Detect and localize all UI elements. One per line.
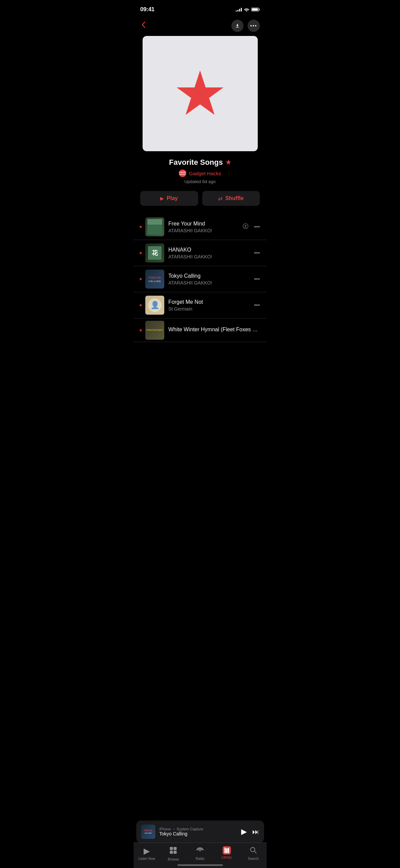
track-title: Tokyo Calling [168, 273, 250, 279]
playlist-star-icon: ★ [226, 159, 231, 166]
track-artist: St Germain [168, 306, 250, 312]
track-thumbnail: 花 [145, 243, 164, 262]
back-button[interactable] [140, 20, 147, 32]
shuffle-icon: ⇄ [218, 195, 223, 202]
track-details: White Winter Hymnal (Fleet Foxes Cover) [168, 327, 261, 334]
track-details: HANAKO ATARASHII GAKKO! [168, 247, 250, 259]
playlist-title: Favorite Songs ★ [140, 158, 260, 167]
track-star-icon: ★ [139, 251, 143, 255]
track-star-icon: ★ [139, 224, 143, 229]
track-artist: ATARASHII GAKKO! [168, 254, 250, 259]
track-list: ★ Free Your Mind ATARASHII GAKKO! ••• ★ [133, 214, 267, 342]
track-actions: ••• [253, 275, 261, 283]
svg-rect-2 [252, 8, 258, 11]
svg-rect-1 [259, 9, 260, 11]
favorite-star-icon: ★ [173, 63, 227, 124]
download-button[interactable] [231, 20, 244, 32]
track-actions: ••• [253, 249, 261, 257]
track-more-button[interactable]: ••• [253, 301, 261, 310]
track-title: Forget Me Not [168, 299, 250, 305]
signal-icon [236, 7, 242, 12]
shuffle-label: Shuffle [225, 195, 244, 201]
playlist-info: Favorite Songs ★ GADGETHACKS Gadget Hack… [133, 158, 267, 191]
nav-actions: ••• [231, 20, 260, 32]
track-more-button[interactable]: ••• [253, 222, 261, 231]
status-icons [236, 7, 260, 12]
track-artist: ATARASHII GAKKO! [168, 280, 250, 285]
track-actions: ••• [253, 301, 261, 310]
track-thumbnail: TOKYO CALLING [145, 270, 164, 289]
status-bar: 09:41 [133, 0, 267, 17]
track-item[interactable]: ★ PENTATONIX White Winter Hymnal (Fleet … [133, 318, 267, 342]
track-details: Free Your Mind ATARASHII GAKKO! [168, 221, 240, 233]
track-star-icon: ★ [139, 328, 143, 333]
track-more-button[interactable]: ••• [253, 249, 261, 257]
track-title: White Winter Hymnal (Fleet Foxes Cover) [168, 327, 261, 333]
play-label: Play [167, 195, 178, 201]
download-status-icon [243, 223, 249, 231]
battery-icon [251, 7, 260, 12]
playlist-author[interactable]: GADGETHACKS Gadget Hacks [140, 170, 260, 177]
track-item[interactable]: ★ 花 HANAKO ATARASHII GAKKO! ••• [133, 240, 267, 266]
author-name: Gadget Hacks [189, 171, 221, 176]
more-options-button[interactable]: ••• [248, 20, 260, 32]
track-item[interactable]: ★ Free Your Mind ATARASHII GAKKO! ••• [133, 214, 267, 240]
action-buttons: ▶ Play ⇄ Shuffle [133, 191, 267, 214]
track-artist: ATARASHII GAKKO! [168, 228, 240, 233]
track-details: Forget Me Not St Germain [168, 299, 250, 312]
author-avatar: GADGETHACKS [179, 170, 186, 177]
track-star-icon: ★ [139, 277, 143, 281]
status-time: 09:41 [140, 6, 154, 13]
track-thumbnail [145, 217, 164, 236]
play-icon: ▶ [160, 196, 164, 201]
album-art: ★ [143, 36, 258, 151]
track-more-button[interactable]: ••• [253, 275, 261, 283]
track-title: HANAKO [168, 247, 250, 253]
wifi-icon [244, 7, 249, 12]
track-details: Tokyo Calling ATARASHII GAKKO! [168, 273, 250, 285]
updated-text: Updated 6d ago [140, 179, 260, 184]
track-actions: ••• [243, 222, 261, 231]
nav-bar: ••• [133, 17, 267, 36]
play-button[interactable]: ▶ Play [140, 191, 198, 206]
track-item[interactable]: ★ 👤 Forget Me Not St Germain ••• [133, 292, 267, 318]
track-star-icon: ★ [139, 303, 143, 308]
track-thumbnail: 👤 [145, 296, 164, 315]
track-thumbnail: PENTATONIX [145, 321, 164, 340]
album-art-container: ★ [133, 36, 267, 158]
track-item[interactable]: ★ TOKYO CALLING Tokyo Calling ATARASHII … [133, 266, 267, 292]
shuffle-button[interactable]: ⇄ Shuffle [202, 191, 260, 206]
track-title: Free Your Mind [168, 221, 240, 227]
